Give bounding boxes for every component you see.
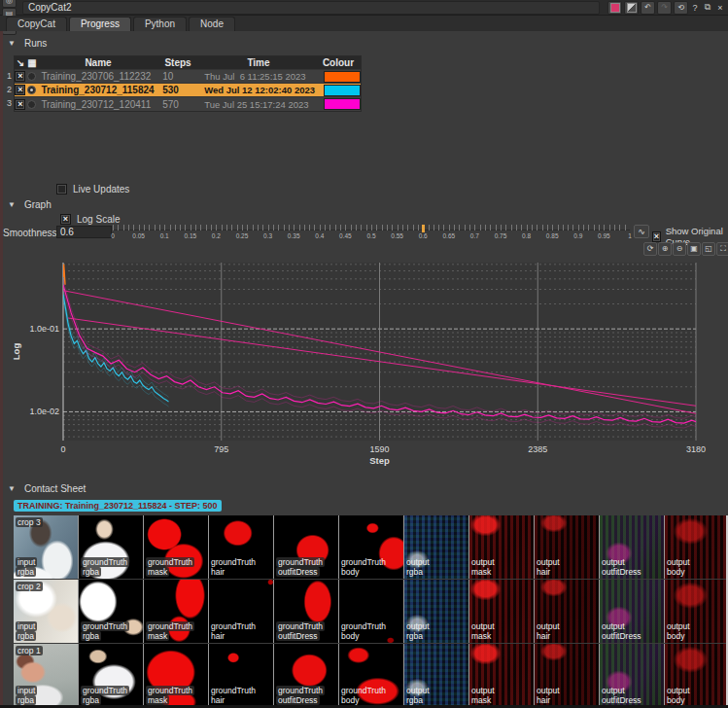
run-row-number: 1 [2,69,12,83]
smoothness-label: Smoothness [3,228,57,238]
gl-color-swatch-button[interactable] [624,1,639,15]
refresh-icon: ⟳ [647,245,654,253]
collapse-triangle-icon[interactable]: ▼ [8,200,16,209]
thumbnail-label: inputrgba [16,686,37,705]
svg-text:795: 795 [214,444,228,454]
smoothness-input[interactable]: 0.6 [56,226,112,238]
thumbnail-groundTruth-outfitDress: groundTruthoutfitDress [274,644,338,705]
close-button[interactable]: × [714,2,726,14]
thumbnail-output-outfitDress: outputoutfitDress [600,580,664,643]
svg-text:0: 0 [60,444,65,454]
column-header-colour: Colour [320,57,357,68]
slider-ruler [113,225,630,230]
run-select-radio[interactable] [27,72,36,81]
tab-node[interactable]: Node [189,17,235,31]
thumbnail-label: outputoutfitDress [602,686,641,705]
tab-python[interactable]: Python [133,17,187,31]
thumbnail-label: groundTruthmask [146,621,194,641]
gl-color-swatch-icon [627,3,637,13]
thumbnail-output-rgba: outputrgba [404,515,468,579]
zoom-out-button[interactable]: ⊖ [673,242,686,256]
svg-text:2385: 2385 [528,444,547,454]
node-name-field[interactable]: CopyCat2 [22,1,600,15]
expand-button[interactable]: ⛶ [716,242,728,256]
crop-label: crop 1 [16,646,43,655]
tab-bar: CopyCatProgressPythonNode [0,16,728,31]
graph-section-header: ▼ Graph [8,199,52,210]
slider-tick-labels: 00.050.10.150.20.250.30.350.40.450.50.55… [113,232,630,240]
help-icon: ? [692,3,697,13]
collapse-triangle-icon[interactable]: ▼ [8,39,16,48]
live-updates-label: Live Updates [73,184,129,195]
collapse-triangle-icon[interactable]: ▼ [8,484,16,493]
column-header-time: Time [197,57,320,68]
run-row-Training_230706_112232[interactable]: ×Training_230706_11223210Thu Jul 6 11:25… [15,70,361,84]
live-updates-checkbox[interactable] [56,184,67,195]
run-colour-swatch[interactable] [324,71,361,83]
loss-graph-svg: 07951590238531801.0e-011.0e-02StepLog [0,257,728,469]
thumbnail-output-hair: outputhair [535,644,599,705]
crop-label: crop 2 [16,582,43,591]
undo-button[interactable]: ↶ [641,1,655,15]
slider-tick-label: 0.65 [442,232,455,239]
slider-tick-label: 0.6 [419,232,428,239]
thumbnail-output-hair: outputhair [535,515,599,579]
redo-button[interactable]: ↷ [657,1,672,15]
slider-tick-label: 0.1 [160,232,169,239]
contact-sheet-grid: crop 3inputrgbagroundTruthrgbagroundTrut… [14,515,728,705]
thumbnail-groundTruth-hair: groundTruthhair [209,515,273,579]
show-original-curve-checkbox[interactable]: × [652,231,661,242]
run-row-Training_230712_115824[interactable]: ×Training_230712_115824530Wed Jul 12 12:… [15,84,361,97]
thumbnail-label: groundTruthbody [341,686,386,705]
thumbnail-label: outputbody [667,557,690,577]
zoom-in-button[interactable]: ⊕ [658,242,672,256]
run-name: Training_230712_120411 [37,99,158,110]
column-header-name: Name [38,57,158,68]
thumbnail-groundTruth-hair: groundTruthhair [209,580,273,643]
tab-progress[interactable]: Progress [69,17,131,31]
tab-copycat[interactable]: CopyCat [6,17,67,31]
run-colour-swatch[interactable] [324,98,361,110]
live-updates-control: Live Updates [56,184,129,195]
thumbnail-label: groundTruthhair [211,686,256,705]
svg-text:1590: 1590 [369,444,389,454]
thumbnail-output-outfitDress: outputoutfitDress [600,644,664,705]
thumbnail-label: groundTruthoutfitDress [276,686,325,705]
run-colour-swatch[interactable] [324,85,361,96]
float-panel-button[interactable]: ⧉ [702,2,713,14]
refresh-button[interactable]: ⟳ [643,242,657,256]
slider-tick-label: 0.75 [495,232,507,239]
training-step-badge: TRAINING: Training_230712_115824 - STEP:… [14,500,222,512]
thumbnail-output-body: outputbody [665,644,728,705]
run-visible-checkbox[interactable]: × [15,85,25,95]
slider-tick-label: 0.25 [236,232,249,239]
frame-selected-button[interactable]: ▣ [687,242,701,256]
contact-sheet-row: crop 2inputrgbagroundTruthrgbagroundTrut… [14,580,726,643]
node-color-swatch-button[interactable] [607,1,622,15]
graph-toolbar: ⟳⊕⊖▣◱⛶ [643,242,728,256]
run-visible-checkbox[interactable]: × [15,99,25,110]
smoothness-slider[interactable]: 00.050.10.150.20.250.30.350.40.450.50.55… [113,225,630,241]
curve-editor-button[interactable]: ∿ [634,225,649,238]
revert-button[interactable]: ⟲ [674,1,688,15]
run-row-number: 3 [2,96,12,110]
center-node-button[interactable]: ◎ [2,0,17,8]
run-visible-checkbox[interactable]: × [15,71,25,82]
thumbnail-output-outfitDress: outputoutfitDress [600,515,664,579]
column-header-steps: Steps [158,57,197,68]
slider-handle[interactable] [422,225,425,232]
run-select-radio[interactable] [27,86,36,94]
thumbnail-output-body: outputbody [665,515,728,579]
help-button[interactable]: ? [689,2,701,14]
center-node-icon: ◎ [6,0,13,5]
thumbnail-label: outputmask [471,557,495,577]
frame-all-button[interactable]: ◱ [702,242,715,256]
svg-text:1.0e-01: 1.0e-01 [29,324,59,334]
slider-tick-label: 0.35 [288,232,300,239]
runs-table: ↘▦NameStepsTimeColour×Training_230706_11… [14,55,362,112]
loss-graph[interactable]: 07951590238531801.0e-011.0e-02StepLog [0,257,728,469]
slider-tick-label: 0.9 [573,232,582,239]
log-scale-checkbox[interactable]: × [60,214,71,225]
run-select-radio[interactable] [27,100,36,109]
run-row-Training_230712_120411[interactable]: ×Training_230712_120411570Tue Jul 25 15:… [15,97,361,111]
